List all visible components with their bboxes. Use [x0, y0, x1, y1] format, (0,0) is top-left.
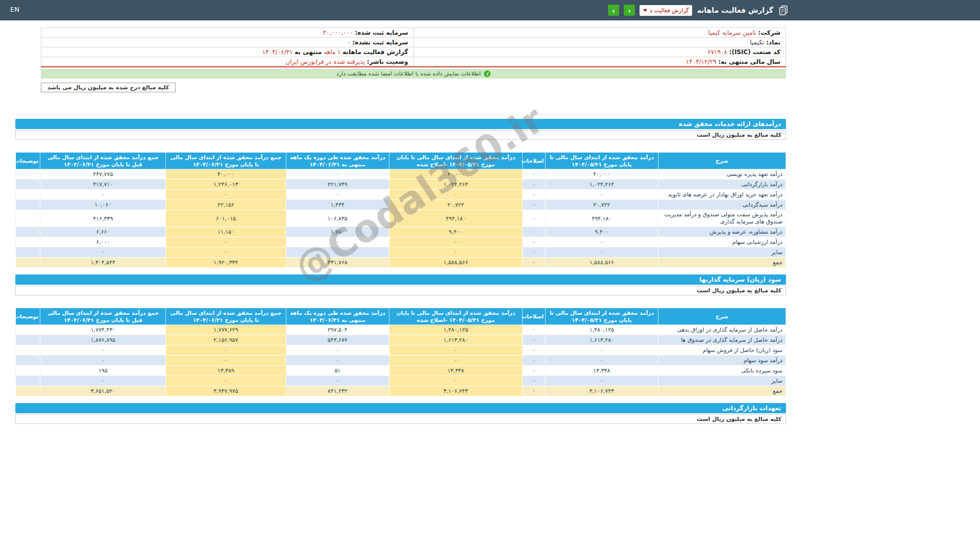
comment-cell: [16, 386, 40, 396]
comment-cell: [16, 210, 40, 227]
value-cell: ۴۰,۰۰۰: [546, 169, 658, 180]
chevron-down-icon: [643, 9, 647, 12]
value-cell: ۱,۶۱۳,۲۸۰: [389, 335, 522, 345]
value-cell: ۰: [522, 325, 545, 335]
next-report-button[interactable]: ›: [624, 5, 635, 16]
value-cell: ۰: [40, 190, 166, 200]
value-cell: ۶۰۱,۰۱۵: [166, 210, 286, 227]
section-unit-note: کلیه مبالغ به میلیون ریال است: [15, 130, 786, 140]
row-label: درآمد حاصل از سرمایه گذاری در صندوق ها: [658, 335, 786, 345]
section-unit-note: کلیه مبالغ به میلیون ریال است: [15, 414, 786, 424]
prev-report-button[interactable]: ‹: [608, 5, 619, 16]
comment-cell: [16, 258, 40, 268]
services-income-table-holder: شرحدرآمد محقق شده از ابتدای سال مالی تا …: [15, 152, 786, 268]
top-navbar: گزارش فعالیت ماهانه گزارش فعالیت د › ‹ E…: [0, 0, 980, 20]
value-cell: ۴۱۷,۷۱۰: [40, 180, 166, 190]
fiscal-year-field: سال مالی منتهی به: ۱۴۰۴/۱۲/۲۹: [413, 57, 786, 67]
comment-cell: [16, 366, 40, 376]
value-cell: ۰: [389, 247, 522, 258]
value-cell: ۰: [522, 335, 545, 345]
report-type-dropdown[interactable]: گزارش فعالیت د: [640, 5, 692, 16]
language-toggle[interactable]: EN: [10, 6, 19, 13]
info-icon: i: [484, 70, 491, 77]
total-row: جمع۳,۱۰۶,۷۴۳۰۳,۱۰۶,۷۴۳۸۴۱,۲۳۲۳,۹۴۷,۹۷۵۳,…: [16, 386, 786, 396]
column-header: جمع درآمد محقق شده از ابتدای سال مالی قب…: [40, 308, 166, 325]
report-period-label: گزارش فعالیت ماهانه: [342, 48, 408, 56]
value-cell: ۰: [522, 169, 545, 180]
value-cell: ۰: [522, 366, 545, 376]
value-cell: ۲۹۷,۵۰۴: [286, 325, 389, 335]
info-row: شرکت: تامین سرمایه کیمیا سرمایه ثبت شده:…: [41, 28, 786, 38]
symbol-value: تکیمیا: [750, 39, 764, 46]
value-cell: ۸۴۱,۲۳۲: [286, 386, 389, 396]
value-cell: ۰: [166, 190, 286, 200]
column-header: درآمد محقق شده از ابتدای سال مالی تا پای…: [546, 308, 658, 325]
value-cell: ۰: [522, 345, 545, 356]
value-cell: ۶,۰۰۰: [40, 237, 166, 247]
column-header: اصلاحات: [522, 308, 545, 325]
value-cell: ۱,۸۷۶,۸۹۵: [40, 335, 166, 345]
table-row: درآمد تعهد خرید اوراق بهادار در عرضه های…: [16, 190, 786, 200]
value-cell: ۴۰,۰۰۰: [166, 169, 286, 180]
publisher-status-value: پذیرفته شده در فرابورس ایران: [285, 58, 365, 65]
column-header: جمع درآمد محقق شده از ابتدای سال مالی تا…: [166, 308, 286, 325]
column-header: شرح: [658, 308, 786, 325]
value-cell: ۱۳,۳۳۸: [389, 366, 522, 376]
value-cell: ۲۲۱,۷۴۹: [286, 180, 389, 190]
value-cell: ۱,۷۷۴,۴۳۰: [40, 325, 166, 335]
value-cell: ۰: [522, 258, 545, 268]
header-row: شرحدرآمد محقق شده از ابتدای سال مالی تا …: [16, 308, 786, 325]
isic-label: کد صنعت (ISIC):: [729, 48, 780, 56]
value-cell: ۹,۴۰۰: [389, 227, 522, 237]
publisher-status-label: وضعیت ناشر:: [367, 58, 408, 65]
comment-cell: [16, 376, 40, 386]
monthly-activity-report-page: { "topbar": { "en_label": "EN", "title":…: [0, 0, 980, 551]
unregistered-capital-field: سرمایه ثبت نشده: ۰: [41, 38, 414, 47]
section-title-investment-gain-loss: سود (زیان) سرمایه گذاریها: [15, 274, 786, 285]
page-title: گزارش فعالیت ماهانه: [697, 6, 773, 14]
isic-value: ۶۷۱۹۰۸: [707, 48, 727, 56]
column-header: جمع درآمد محقق شده از ابتدای سال مالی قب…: [40, 153, 166, 169]
value-cell: ۱,۴۸۰,۱۲۵: [389, 325, 522, 335]
row-label: درآمد ارزشیابی سهام: [658, 237, 786, 247]
row-label: سایر: [658, 247, 786, 258]
value-cell: ۰: [40, 345, 166, 356]
signed-match-banner: i اطلاعات نمایش داده شده با اطلاعات امضا…: [41, 69, 786, 79]
value-cell: ۱,۵۸۸,۵۶۶: [389, 258, 522, 268]
value-cell: ۱,۷۵۰: [286, 227, 389, 237]
comment-cell: [16, 345, 40, 356]
isic-field: کد صنعت (ISIC): ۶۷۱۹۰۸: [413, 47, 786, 57]
column-header: توضیحات: [16, 308, 40, 325]
value-cell: ۱,۵۸۸,۵۶۶: [546, 258, 658, 268]
table-row: درآمد ارزشیابی سهام۰۰۰۰۰۶,۰۰۰: [16, 237, 786, 247]
section-title-market-making: تعهدات بازارگردانی: [15, 403, 786, 413]
company-label: شرکت:: [758, 29, 780, 36]
investment-gain-loss-table-holder: شرحدرآمد محقق شده از ابتدای سال مالی تا …: [15, 308, 786, 396]
table-row: درآمد بازارگردانی۱,۰۲۴,۲۶۴۰۱,۰۲۴,۲۶۴۲۲۱,…: [16, 180, 786, 190]
fiscal-year-end-value: ۱۴۰۴/۱۲/۲۹: [686, 58, 717, 65]
column-header: درآمد محقق شده از ابتدای سال مالی تا پای…: [546, 153, 658, 169]
unregistered-capital-value: ۰: [347, 39, 350, 46]
info-row: سال مالی منتهی به: ۱۴۰۴/۱۲/۲۹ وضعیت ناشر…: [41, 57, 786, 67]
row-label: درآمد تعهد خرید اوراق بهادار در عرضه های…: [658, 190, 786, 200]
value-cell: ۴۹۴,۱۸۰: [546, 210, 658, 227]
symbol-label: نماد:: [766, 39, 780, 46]
value-cell: ۰: [522, 190, 545, 200]
comment-cell: [16, 227, 40, 237]
registered-capital-label: سرمایه ثبت شده:: [355, 29, 408, 36]
value-cell: ۶,۶۶۰: [40, 227, 166, 237]
value-cell: ۰: [522, 386, 545, 396]
report-copy-icon[interactable]: [778, 5, 789, 16]
registered-capital-field: سرمایه ثبت شده: ۲۰,۰۰۰,۰۰۰: [41, 28, 414, 38]
row-label: درآمد سبدگردانی: [658, 200, 786, 210]
value-cell: ۵۱: [286, 366, 389, 376]
value-cell: ۲,۱۵۶,۹۵۷: [166, 335, 286, 345]
signed-match-text: اطلاعات نمایش داده شده با اطلاعات امضا ش…: [336, 70, 481, 77]
value-cell: ۰: [522, 210, 545, 227]
value-cell: ۳,۱۰۶,۷۴۳: [389, 386, 522, 396]
value-cell: ۰: [546, 247, 658, 258]
report-period-field: گزارش فعالیت ماهانه ۱ ماهه منتهی به ۱۴۰۴…: [41, 47, 414, 57]
column-header: درآمد محقق شده طی دوره یک ماهه منتهی به …: [286, 308, 389, 325]
value-cell: ۳,۱۰۶,۷۴۳: [546, 386, 658, 396]
value-cell: ۱۳,۳۳۸: [546, 366, 658, 376]
